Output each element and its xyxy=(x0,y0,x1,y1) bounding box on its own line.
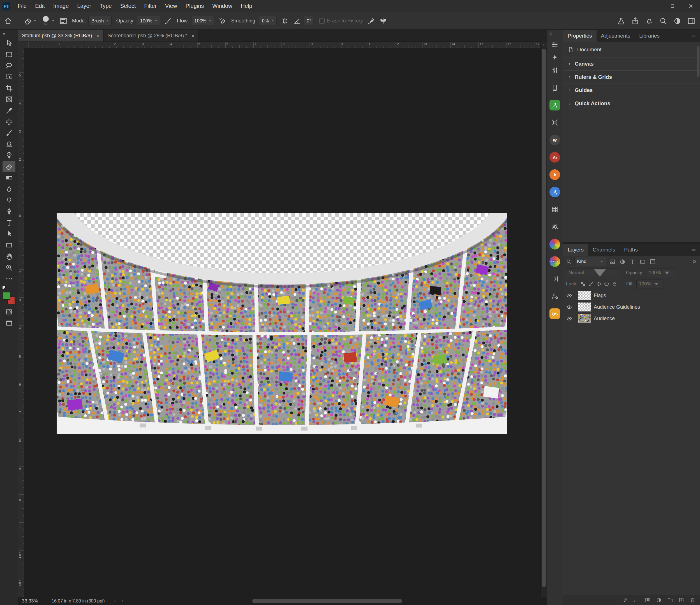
fill-dropdown[interactable]: 100% xyxy=(636,279,664,288)
layer-row[interactable]: Flags xyxy=(563,290,700,301)
layer-opacity-dropdown[interactable]: 100% xyxy=(646,268,675,277)
w-plugin-icon[interactable]: W xyxy=(549,134,560,145)
layer-search-icon[interactable] xyxy=(566,259,572,264)
symmetry-icon[interactable] xyxy=(379,17,388,25)
section-canvas[interactable]: Canvas xyxy=(563,57,700,70)
frame-tool[interactable] xyxy=(2,94,16,105)
zoom-level-field[interactable]: 33.33% xyxy=(22,598,38,604)
eyedropper-tool[interactable] xyxy=(2,105,16,116)
lock-all-icon[interactable] xyxy=(612,281,617,287)
vertical-ruler[interactable] xyxy=(18,48,24,597)
layer-thumbnail[interactable] xyxy=(578,291,591,300)
hand-tool[interactable] xyxy=(2,251,16,262)
horizontal-ruler[interactable] xyxy=(24,42,541,48)
document-tab[interactable]: Scoreboard1.psb @ 25% (RGB/8) *× xyxy=(104,30,199,42)
canvas-pasteboard[interactable] xyxy=(24,48,541,597)
scroll-up-arrow[interactable]: ▲ xyxy=(541,43,547,46)
type-layer-filter-icon[interactable] xyxy=(629,258,636,265)
ai-sparkle-icon[interactable] xyxy=(549,52,560,63)
export-plugin-icon[interactable] xyxy=(549,274,560,284)
search-icon[interactable] xyxy=(659,17,668,25)
ai-red-plugin-icon[interactable]: Ai xyxy=(549,152,560,162)
rectangular-marquee-tool[interactable] xyxy=(2,49,16,60)
grid-plugin-icon[interactable] xyxy=(549,204,560,215)
clone-stamp-tool[interactable] xyxy=(2,138,16,150)
foreground-color-swatch[interactable] xyxy=(3,292,10,300)
flame-plugin-icon[interactable] xyxy=(549,169,560,180)
profile-blue-icon[interactable] xyxy=(549,187,560,197)
tab-paths[interactable]: Paths xyxy=(620,244,642,256)
zoom-tool[interactable] xyxy=(2,262,16,273)
shape-layer-filter-icon[interactable] xyxy=(640,258,646,265)
layer-row[interactable]: Audience xyxy=(563,313,700,324)
move-tool[interactable] xyxy=(2,37,16,49)
menu-select[interactable]: Select xyxy=(116,0,140,12)
tab-properties[interactable]: Properties xyxy=(563,30,597,42)
menu-image[interactable]: Image xyxy=(49,0,73,12)
section-rulers-grids[interactable]: Rulers & Grids xyxy=(563,70,700,83)
layer-visibility-toggle[interactable] xyxy=(563,301,575,312)
profile-green-icon[interactable] xyxy=(549,100,560,110)
lock-position-icon[interactable] xyxy=(596,281,602,287)
more-tools-button[interactable] xyxy=(2,273,16,284)
history-brush-tool[interactable] xyxy=(2,150,16,161)
blur-tool[interactable] xyxy=(2,183,16,195)
smoothing-dropdown[interactable]: 0% xyxy=(259,16,277,26)
brush-tool[interactable] xyxy=(2,127,16,138)
tab-channels[interactable]: Channels xyxy=(588,244,620,256)
layer-group-icon[interactable] xyxy=(667,597,673,603)
layer-visibility-toggle[interactable] xyxy=(563,290,575,301)
srgb-plugin-icon[interactable]: sRGB xyxy=(549,256,560,267)
adjustment-layer-filter-icon[interactable] xyxy=(619,258,626,265)
airbrush-icon[interactable] xyxy=(218,17,226,25)
menu-layer[interactable]: Layer xyxy=(73,0,95,12)
section-guides[interactable]: Guides xyxy=(563,83,700,97)
toolbar-collapse-button[interactable]: » xyxy=(0,30,18,37)
lock-artboard-icon[interactable] xyxy=(604,281,609,287)
properties-panel-menu-button[interactable] xyxy=(687,30,700,42)
tool-preset-eraser-icon[interactable] xyxy=(24,17,32,25)
pressure-opacity-icon[interactable] xyxy=(164,17,172,25)
eraser-tool[interactable] xyxy=(2,161,16,172)
quick-mask-button[interactable] xyxy=(2,306,16,317)
pen-tool[interactable] xyxy=(2,206,16,217)
tab-layers[interactable]: Layers xyxy=(563,244,588,256)
object-selection-tool[interactable] xyxy=(2,71,16,82)
menu-file[interactable]: File xyxy=(14,0,31,12)
brush-angle-field[interactable]: 0° xyxy=(304,16,313,26)
path-selection-tool[interactable] xyxy=(2,228,16,240)
menu-view[interactable]: View xyxy=(161,0,181,12)
theme-toggle-icon[interactable] xyxy=(673,17,681,25)
tab-libraries[interactable]: Libraries xyxy=(635,30,664,42)
link-layers-icon[interactable] xyxy=(622,597,628,603)
mode-dropdown[interactable]: Brush xyxy=(88,16,111,26)
properties-scrollbar-thumb[interactable] xyxy=(697,46,699,77)
ruler-origin-corner[interactable] xyxy=(18,42,25,48)
document-canvas[interactable] xyxy=(57,213,507,434)
layers-panel-menu-button[interactable] xyxy=(687,244,700,256)
layer-thumbnail[interactable] xyxy=(578,314,591,323)
tune-icon[interactable] xyxy=(549,65,560,76)
maximize-button[interactable] xyxy=(663,0,681,12)
menu-filter[interactable]: Filter xyxy=(140,0,160,12)
crop-tool[interactable] xyxy=(2,82,16,94)
transform-plugin-icon[interactable] xyxy=(549,117,560,128)
user-settings-icon[interactable] xyxy=(549,291,560,302)
lasso-tool[interactable] xyxy=(2,60,16,71)
vertical-scrollbar-thumb[interactable] xyxy=(542,49,546,587)
flow-dropdown[interactable]: 100% xyxy=(191,16,214,26)
qs-plugin-icon[interactable]: QS xyxy=(549,308,560,319)
people-plugin-icon[interactable] xyxy=(549,222,560,232)
layer-effects-icon[interactable]: fx xyxy=(633,597,640,603)
pen-pressure-size-icon[interactable] xyxy=(367,17,375,25)
adjust-sliders-icon[interactable] xyxy=(549,39,560,50)
adjustment-layer-icon[interactable] xyxy=(656,597,662,603)
spot-healing-tool[interactable] xyxy=(2,116,16,127)
default-colors-icon[interactable] xyxy=(2,286,7,291)
vertical-scrollbar[interactable]: ▲ ▼ xyxy=(541,42,547,605)
smart-object-filter-icon[interactable] xyxy=(650,258,656,265)
screen-mode-button[interactable] xyxy=(2,317,16,329)
erase-to-history-checkbox[interactable] xyxy=(319,18,325,24)
document-properties-row[interactable]: Document xyxy=(563,42,700,57)
blend-mode-dropdown[interactable]: Normal xyxy=(566,268,618,277)
